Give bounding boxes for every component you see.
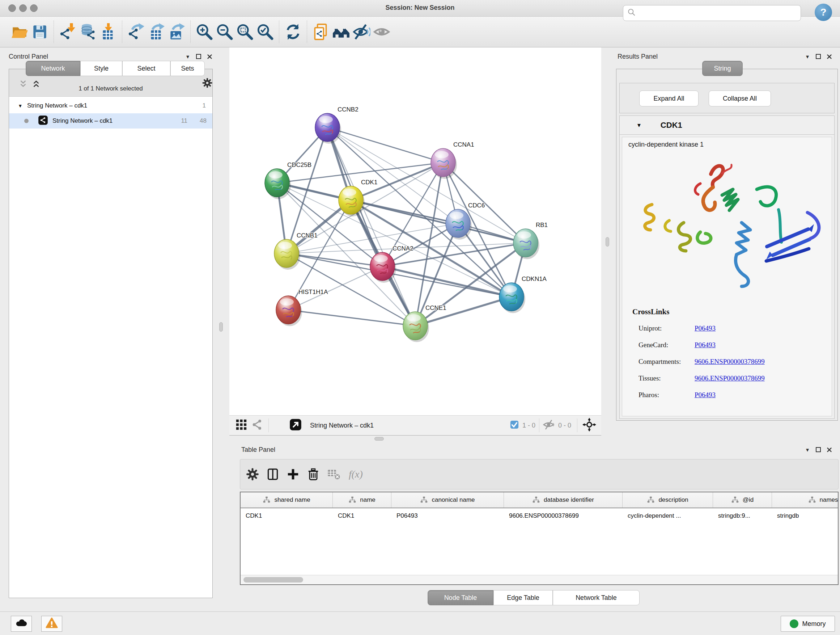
node-HIST1H1A[interactable]: HIST1H1A xyxy=(276,288,328,326)
import-network-button[interactable] xyxy=(57,21,78,43)
refresh-layout-button[interactable] xyxy=(283,21,303,43)
string-home-button[interactable] xyxy=(331,21,351,43)
column-header-namespace[interactable]: namespace xyxy=(772,492,838,508)
control-panel-close-icon[interactable] xyxy=(204,51,215,62)
network-options-gear-icon[interactable] xyxy=(202,77,213,90)
column-header-shared-name[interactable]: shared name xyxy=(240,492,333,508)
tab-network-table[interactable]: Network Table xyxy=(553,590,639,605)
grid-view-icon[interactable] xyxy=(235,418,248,432)
zoom-fit-button[interactable] xyxy=(235,21,255,43)
results-panel-collapse-icon[interactable]: ▾ xyxy=(802,51,813,62)
table-row[interactable]: CDK1CDK1P064939606.ENSP00000378699cyclin… xyxy=(240,508,838,524)
selected-nodes-checkbox[interactable] xyxy=(509,420,519,431)
edge-CDK1-RB1[interactable] xyxy=(351,200,526,243)
crosslink-link[interactable]: P06493 xyxy=(695,341,715,349)
table-panel-collapse-icon[interactable]: ▾ xyxy=(802,444,813,455)
node-CCNB1[interactable]: CCNB1 xyxy=(274,232,317,270)
edge-CCNB2-CCNE1[interactable] xyxy=(327,127,415,326)
network-collection-row[interactable]: ▼ String Network – cdk1 1 xyxy=(9,98,212,113)
column-header-description[interactable]: description xyxy=(622,492,713,508)
control-panel-collapse-icon[interactable]: ▾ xyxy=(182,51,193,62)
gene-collapse-triangle[interactable]: ▼ xyxy=(636,122,642,128)
gene-entry-header[interactable]: ▼ CDK1 xyxy=(620,116,834,135)
control-panel-float-icon[interactable] xyxy=(193,51,204,62)
network-canvas[interactable]: CCNB2CCNA1CDC25BCDK1CDC6RB1CCNB1CCNA2CDK… xyxy=(229,48,601,415)
memory-button[interactable]: Memory xyxy=(781,616,835,632)
network-share-icon[interactable] xyxy=(251,418,264,432)
fit-selected-crosshair-icon[interactable] xyxy=(583,418,596,433)
bottom-splitter-handle[interactable] xyxy=(374,437,384,440)
results-panel-float-icon[interactable] xyxy=(813,51,824,62)
table-cell[interactable]: CDK1 xyxy=(333,512,392,519)
table-cell[interactable]: 9606.ENSP00000378699 xyxy=(504,512,622,519)
help-button[interactable]: ? xyxy=(815,4,832,21)
column-header-database-identifier[interactable]: database identifier xyxy=(504,492,622,508)
hide-selected-button[interactable] xyxy=(351,21,371,43)
edge-CCNB2-CCNA1[interactable] xyxy=(327,127,443,163)
node-CCNB2[interactable]: CCNB2 xyxy=(315,106,358,144)
expand-all-button[interactable]: Expand All xyxy=(639,90,699,106)
right-splitter-handle[interactable] xyxy=(606,237,609,247)
zoom-out-button[interactable] xyxy=(215,21,235,43)
birdseye-view-toggle[interactable] xyxy=(289,418,302,432)
collection-expand-triangle[interactable]: ▼ xyxy=(15,103,26,109)
warnings-button[interactable] xyxy=(41,616,62,632)
delete-column-icon[interactable] xyxy=(303,463,324,485)
table-settings-gear-icon[interactable] xyxy=(242,463,263,485)
show-columns-icon[interactable] xyxy=(263,463,283,485)
column-header-name[interactable]: name xyxy=(333,492,392,508)
clone-network-button[interactable] xyxy=(311,21,331,43)
network-row-selected[interactable]: String Network – cdk1 11 48 xyxy=(9,113,212,128)
table-cell[interactable]: stringdb xyxy=(772,512,838,519)
export-network-button[interactable] xyxy=(126,21,146,43)
tab-sets[interactable]: Sets xyxy=(171,61,205,76)
table-cell[interactable]: P06493 xyxy=(392,512,504,519)
export-table-button[interactable] xyxy=(146,21,166,43)
table-cell[interactable]: stringdb:9... xyxy=(713,512,772,519)
crosslink-link[interactable]: 9606.ENSP00000378699 xyxy=(695,358,765,366)
table-panel-float-icon[interactable] xyxy=(813,444,824,455)
tab-select[interactable]: Select xyxy=(122,61,171,76)
zoom-selected-button[interactable] xyxy=(255,21,275,43)
table-panel-close-icon[interactable] xyxy=(824,444,835,455)
table-cell[interactable]: CDK1 xyxy=(240,512,333,519)
tab-edge-table[interactable]: Edge Table xyxy=(493,590,553,605)
add-column-icon[interactable] xyxy=(283,463,303,485)
import-table-button[interactable] xyxy=(98,21,118,43)
node-CDK1[interactable]: CDK1 xyxy=(339,179,377,217)
edge-HIST1H1A-CCNE1[interactable] xyxy=(288,310,415,326)
left-splitter-handle[interactable] xyxy=(219,322,223,332)
results-panel-close-icon[interactable] xyxy=(824,51,835,62)
node-CDKN1A[interactable]: CDKN1A xyxy=(499,276,547,313)
show-all-button[interactable] xyxy=(371,21,392,43)
import-network-from-database-button[interactable] xyxy=(78,21,98,43)
search-field[interactable] xyxy=(623,5,801,21)
scrollbar-thumb[interactable] xyxy=(243,577,303,583)
column-header-at-id[interactable]: @id xyxy=(713,492,772,508)
zoom-in-button[interactable] xyxy=(194,21,215,43)
save-session-button[interactable] xyxy=(30,21,50,43)
edge-CDKN1A-CCNE1[interactable] xyxy=(415,297,512,326)
crosslink-link[interactable]: P06493 xyxy=(695,391,715,399)
edge-HIST1H1A-CCNA2[interactable] xyxy=(288,266,382,310)
node-RB1[interactable]: RB1 xyxy=(513,222,548,259)
cloud-status-button[interactable] xyxy=(11,616,32,632)
tab-string[interactable]: String xyxy=(702,61,743,76)
table-cell[interactable]: cyclin-dependent ... xyxy=(622,512,713,519)
node-CCNA1[interactable]: CCNA1 xyxy=(431,141,474,179)
crosslink-link[interactable]: 9606.ENSP00000378699 xyxy=(695,374,765,382)
node-label-CDC25B: CDC25B xyxy=(287,162,311,168)
crosslink-link[interactable]: P06493 xyxy=(695,325,715,333)
edge-CCNB2-RB1[interactable] xyxy=(327,127,526,243)
node-CDC25B[interactable]: CDC25B xyxy=(265,162,311,199)
open-session-button[interactable] xyxy=(9,21,30,43)
collapse-all-button[interactable]: Collapse All xyxy=(709,90,771,106)
tab-node-table[interactable]: Node Table xyxy=(428,590,493,605)
table-h-scrollbar[interactable] xyxy=(240,575,838,584)
tab-style[interactable]: Style xyxy=(80,61,122,76)
tab-network[interactable]: Network xyxy=(26,61,80,76)
node-CCNE1[interactable]: CCNE1 xyxy=(403,304,447,342)
search-input[interactable] xyxy=(639,6,801,20)
export-image-button[interactable] xyxy=(166,21,187,43)
column-header-canonical-name[interactable]: canonical name xyxy=(392,492,504,508)
